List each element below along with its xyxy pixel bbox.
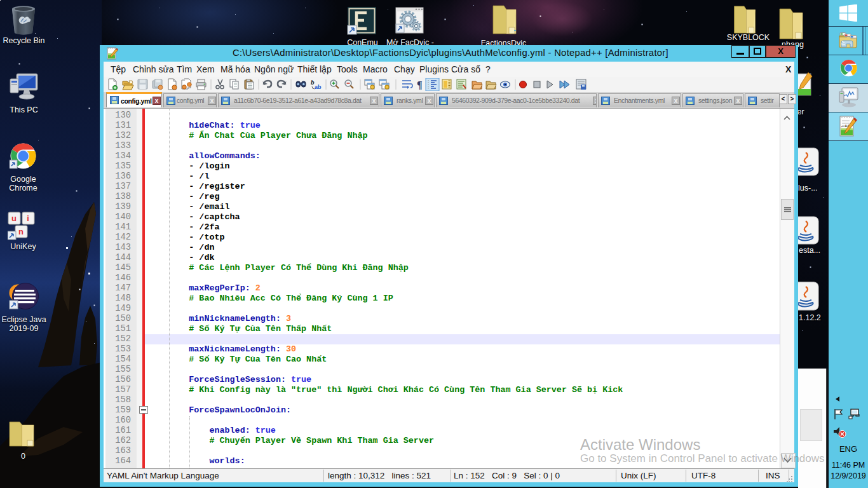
svg-text:ab: ab xyxy=(315,84,322,90)
svg-text:i: i xyxy=(27,214,29,223)
svg-text:n: n xyxy=(18,227,24,236)
svg-text:¶: ¶ xyxy=(417,79,423,90)
svg-text:u: u xyxy=(11,214,17,223)
